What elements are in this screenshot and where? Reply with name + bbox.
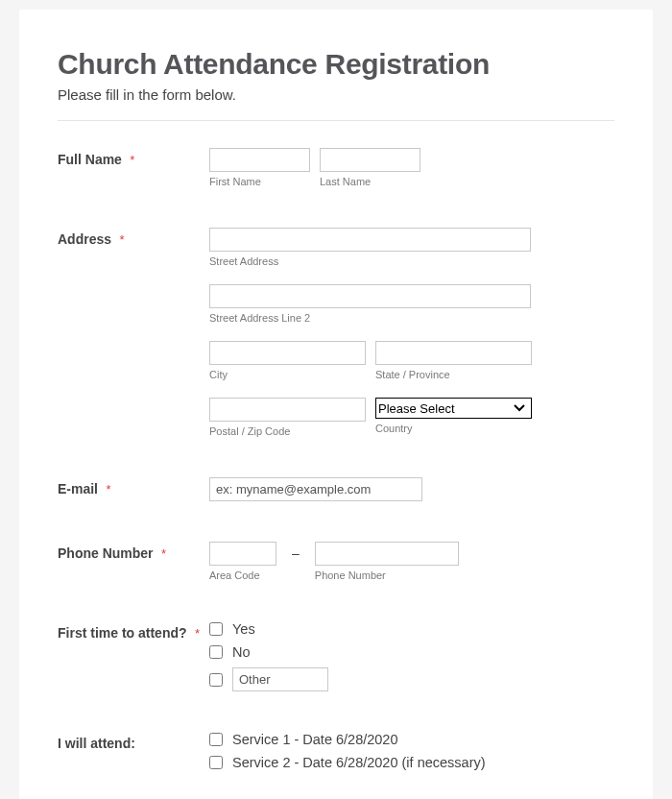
attend-service1-checkbox[interactable] <box>209 733 223 746</box>
phone-dash: – <box>286 542 305 565</box>
phone-number-sublabel: Phone Number <box>315 569 459 581</box>
firsttime-yes-label: Yes <box>232 621 255 637</box>
attend-service2-checkbox[interactable] <box>209 756 223 769</box>
field-address: Address * Street Address Street Address … <box>58 228 614 437</box>
firsttime-other-checkbox[interactable] <box>209 673 223 687</box>
label-attend: I will attend: <box>58 736 135 751</box>
postal-input[interactable] <box>209 398 366 422</box>
firsttime-other-input[interactable] <box>232 667 328 691</box>
divider <box>58 120 614 121</box>
state-sublabel: State / Province <box>375 369 532 380</box>
label-email: E-mail <box>58 481 98 496</box>
label-address: Address <box>58 231 111 247</box>
label-phone: Phone Number <box>58 545 154 561</box>
firsttime-yes-checkbox[interactable] <box>209 622 223 636</box>
required-mark: * <box>195 626 200 641</box>
street2-input[interactable] <box>209 284 531 308</box>
required-mark: * <box>161 546 166 561</box>
page-subtitle: Please fill in the form below. <box>58 86 614 103</box>
firsttime-no-checkbox[interactable] <box>209 645 223 659</box>
field-email: E-mail * <box>58 477 614 501</box>
field-attend: I will attend: Service 1 - Date 6/28/202… <box>58 732 614 770</box>
country-select[interactable]: Please Select <box>375 398 532 419</box>
label-firsttime: First time to attend? <box>58 625 187 641</box>
email-input[interactable] <box>209 477 422 501</box>
city-sublabel: City <box>209 369 366 380</box>
street-input[interactable] <box>209 228 531 252</box>
first-name-sublabel: First Name <box>209 176 310 187</box>
firsttime-no-label: No <box>232 644 251 660</box>
first-name-input[interactable] <box>209 148 310 172</box>
country-sublabel: Country <box>375 423 532 434</box>
field-fullname: Full Name * First Name Last Name <box>58 148 614 187</box>
street-sublabel: Street Address <box>209 255 614 267</box>
label-fullname: Full Name <box>58 152 122 167</box>
area-code-sublabel: Area Code <box>209 569 276 581</box>
required-mark: * <box>130 153 134 167</box>
last-name-input[interactable] <box>320 148 420 172</box>
state-input[interactable] <box>375 341 532 365</box>
required-mark: * <box>119 232 124 247</box>
phone-number-input[interactable] <box>315 542 459 566</box>
page-title: Church Attendance Registration <box>58 48 614 81</box>
city-input[interactable] <box>209 341 366 365</box>
field-phone: Phone Number * Area Code – Phone Number <box>58 542 614 581</box>
street2-sublabel: Street Address Line 2 <box>209 312 614 324</box>
attend-service2-label: Service 2 - Date 6/28/2020 (if necessary… <box>232 755 486 770</box>
required-mark: * <box>106 482 110 496</box>
last-name-sublabel: Last Name <box>320 176 420 187</box>
field-firsttime: First time to attend? * Yes No <box>58 621 614 691</box>
area-code-input[interactable] <box>209 542 276 566</box>
attend-service1-label: Service 1 - Date 6/28/2020 <box>232 732 398 747</box>
postal-sublabel: Postal / Zip Code <box>209 425 366 437</box>
form-card: Church Attendance Registration Please fi… <box>19 10 653 799</box>
